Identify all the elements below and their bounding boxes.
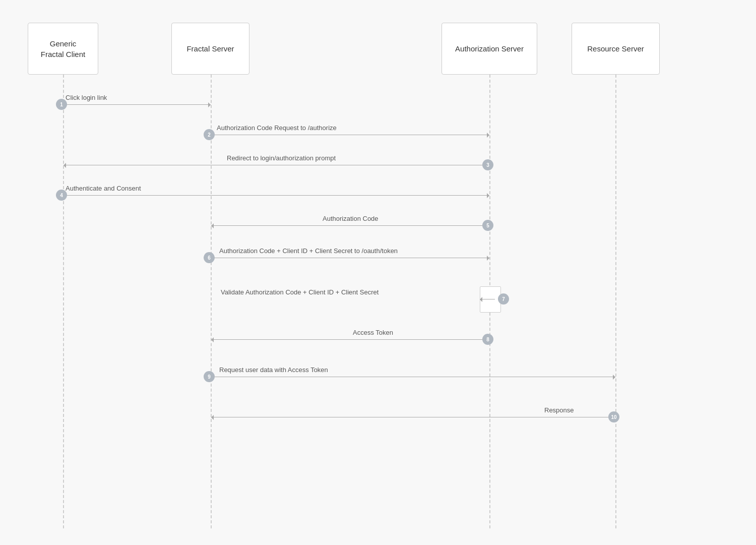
step-badge-2: 2	[204, 129, 215, 140]
msg-label-3: Redirect to login/authorization prompt	[227, 154, 336, 162]
actor-generic-fractal-client: Generic Fractal Client	[28, 23, 98, 75]
lifeline-fractal	[211, 75, 212, 528]
msg-label-5: Authorization Code	[323, 215, 379, 222]
arrow-4	[64, 195, 489, 196]
arrow-10	[211, 417, 615, 417]
arrow-8	[211, 339, 489, 340]
msg-label-4: Authenticate and Consent	[66, 185, 141, 192]
sequence-diagram: Generic Fractal Client Fractal Server Au…	[0, 0, 756, 545]
step-badge-8: 8	[482, 334, 493, 345]
msg-label-9: Request user data with Access Token	[219, 366, 328, 374]
step-badge-7: 7	[498, 293, 509, 305]
step-badge-4: 4	[56, 190, 67, 201]
msg-label-2: Authorization Code Request to /authorize	[217, 124, 337, 132]
step-badge-3: 3	[482, 159, 493, 170]
actor-resource-server: Resource Server	[572, 23, 660, 75]
arrow-2	[211, 135, 489, 135]
arrow-7	[480, 299, 495, 299]
msg-label-1: Click login link	[66, 94, 107, 101]
arrow-1	[64, 104, 211, 105]
actor-authorization-server: Authorization Server	[442, 23, 537, 75]
step-badge-1: 1	[56, 99, 67, 110]
step-badge-10: 10	[608, 411, 619, 422]
msg-label-8: Access Token	[353, 329, 393, 336]
arrow-6	[211, 258, 489, 258]
actor-fractal-server: Fractal Server	[171, 23, 249, 75]
msg-label-6: Authorization Code + Client ID + Client …	[219, 247, 398, 255]
step-badge-6: 6	[204, 252, 215, 263]
msg-label-10: Response	[544, 406, 574, 414]
lifeline-generic	[63, 75, 64, 528]
msg-label-7: Validate Authorization Code + Client ID …	[221, 288, 379, 296]
lifeline-resource	[615, 75, 616, 528]
step-badge-9: 9	[204, 371, 215, 382]
arrow-5	[211, 225, 489, 226]
arrow-9	[211, 377, 615, 377]
step-badge-5: 5	[482, 220, 493, 231]
arrow-3	[64, 165, 489, 165]
